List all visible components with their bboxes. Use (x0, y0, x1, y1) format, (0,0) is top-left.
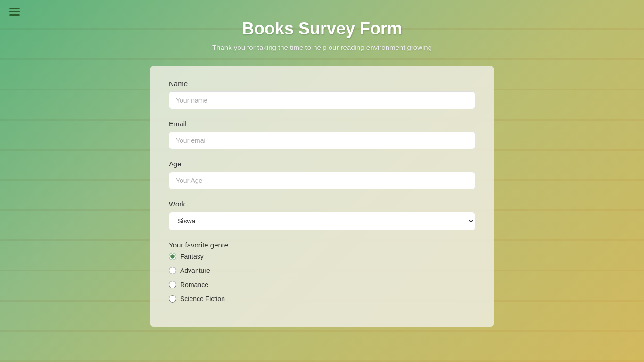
genre-fantasy-label: Fantasy (180, 253, 204, 260)
menu-line-2 (9, 11, 20, 12)
genre-scifi-radio[interactable] (169, 295, 176, 303)
genre-fantasy-radio[interactable] (169, 253, 176, 260)
work-group: Work Siswa Mahasiswa Karyawan Wirausaha … (169, 200, 475, 230)
email-group: Email (169, 120, 475, 149)
page-subtitle: Thank you for taking the time to help ou… (212, 43, 432, 51)
genre-group: Your favorite genre Fantasy Advanture Ro… (169, 241, 475, 303)
genre-scifi-item[interactable]: Science Fiction (169, 295, 475, 303)
age-group: Age (169, 160, 475, 189)
name-input[interactable] (169, 91, 475, 109)
genre-romance-radio[interactable] (169, 281, 176, 288)
page-title: Books Survey Form (242, 19, 402, 39)
genre-fantasy-item[interactable]: Fantasy (169, 253, 475, 260)
age-input[interactable] (169, 172, 475, 189)
age-label: Age (169, 160, 475, 168)
name-label: Name (169, 80, 475, 88)
hamburger-menu-button[interactable] (9, 8, 20, 16)
genre-romance-label: Romance (180, 281, 208, 288)
work-select[interactable]: Siswa Mahasiswa Karyawan Wirausaha Lainn… (169, 212, 475, 230)
genre-scifi-label: Science Fiction (180, 295, 225, 303)
genre-adventure-radio[interactable] (169, 267, 176, 274)
name-group: Name (169, 80, 475, 109)
genre-radio-group: Fantasy Advanture Romance Science Fictio… (169, 253, 475, 303)
genre-label: Your favorite genre (169, 241, 475, 249)
survey-form-card: Name Email Age Work Siswa Mahasiswa Kary… (150, 66, 494, 327)
menu-line-3 (9, 14, 20, 16)
genre-adventure-label: Advanture (180, 267, 210, 274)
email-input[interactable] (169, 132, 475, 149)
menu-line-1 (9, 8, 20, 9)
email-label: Email (169, 120, 475, 128)
genre-adventure-item[interactable]: Advanture (169, 267, 475, 274)
work-label: Work (169, 200, 475, 208)
genre-romance-item[interactable]: Romance (169, 281, 475, 288)
page-content: Books Survey Form Thank you for taking t… (0, 0, 644, 362)
